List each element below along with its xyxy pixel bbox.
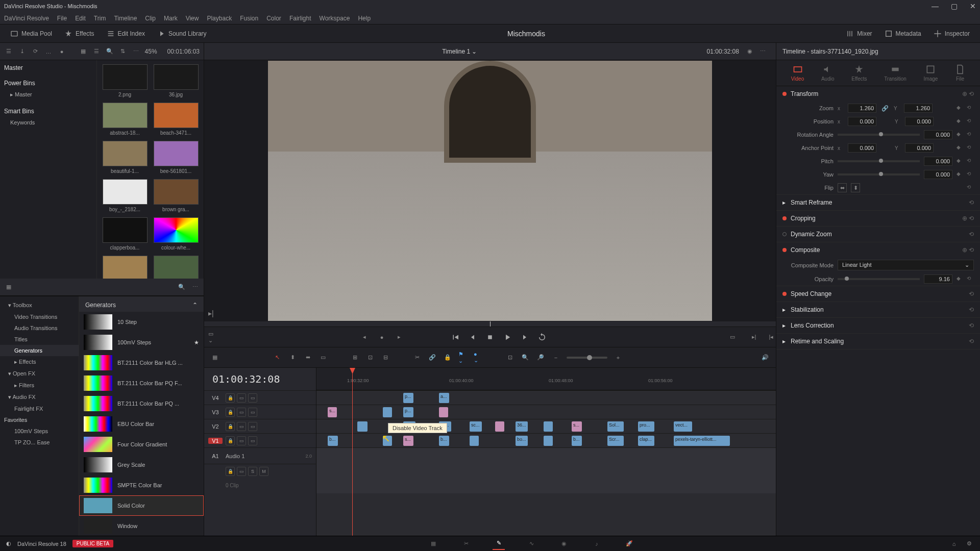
thumb-view-icon[interactable]: ▦ bbox=[79, 47, 88, 56]
prev-frame-icon[interactable] bbox=[468, 333, 477, 342]
timeline-clip[interactable]: b... bbox=[572, 436, 582, 446]
settings-icon[interactable]: ⚙ bbox=[965, 539, 974, 548]
disable-track-icon[interactable]: ▭ bbox=[248, 422, 257, 431]
zoom-fit-icon[interactable]: ⊡ bbox=[505, 353, 514, 362]
bin-smart-bins[interactable]: Smart Bins bbox=[4, 108, 92, 115]
timeline-clip[interactable]: clap... bbox=[638, 436, 654, 446]
reset-icon[interactable]: ⟲ bbox=[967, 118, 974, 125]
lock-icon[interactable]: 🔒 bbox=[226, 436, 235, 445]
timeline-view-icon[interactable]: ▦ bbox=[210, 353, 219, 362]
zoom-in-icon[interactable]: + bbox=[614, 353, 623, 362]
next-edit-icon[interactable]: ▸ bbox=[395, 333, 404, 342]
media-thumbnail[interactable]: dog-18014... bbox=[153, 256, 199, 279]
loop-icon[interactable] bbox=[537, 333, 547, 342]
lock-icon[interactable]: 🔒 bbox=[226, 422, 235, 431]
tree-effects[interactable]: ▸ Effects bbox=[0, 356, 79, 368]
media-thumbnail[interactable]: 2.png bbox=[102, 64, 148, 97]
menu-help[interactable]: Help bbox=[358, 15, 371, 22]
timeline-clip[interactable]: b... bbox=[328, 436, 338, 446]
generator-item[interactable]: BT.2111 Color Bar HLG ... bbox=[79, 353, 204, 373]
timeline-clip[interactable]: s... bbox=[328, 407, 337, 417]
keyframe-icon[interactable]: ◆ bbox=[957, 144, 964, 152]
media-thumbnail[interactable]: beach-3471... bbox=[153, 103, 199, 136]
reset-icon[interactable]: ⟲ bbox=[967, 276, 974, 283]
options-icon[interactable]: ⋯ bbox=[132, 47, 141, 56]
media-thumbnail[interactable]: boy_-_2182... bbox=[102, 179, 148, 212]
flip-h-icon[interactable]: ⬌ bbox=[838, 183, 847, 192]
next-clip-icon[interactable]: ▸| bbox=[749, 333, 758, 342]
pitch-slider[interactable] bbox=[838, 160, 920, 162]
effects-options-icon[interactable]: ⋯ bbox=[190, 283, 200, 292]
sound-library-button[interactable]: Sound Library bbox=[153, 28, 211, 40]
keyframe-icon[interactable]: ◆ bbox=[957, 105, 964, 112]
auto-select-icon[interactable]: ▭ bbox=[237, 436, 246, 445]
anchor-x-input[interactable] bbox=[848, 143, 876, 153]
disable-track-icon[interactable]: ▭ bbox=[248, 408, 257, 417]
track-v2-header[interactable]: V2 🔒▭▭ bbox=[204, 419, 316, 433]
yaw-slider[interactable] bbox=[838, 173, 920, 176]
keyframe-icon[interactable]: ◆ bbox=[957, 276, 964, 283]
replace-clip-icon[interactable]: ⊟ bbox=[381, 353, 390, 362]
composite-header[interactable]: Composite⊕ ⟲ bbox=[776, 242, 980, 258]
dynamic-zoom-header[interactable]: Dynamic Zoom⟲ bbox=[776, 227, 980, 242]
reset-icon[interactable]: ⟲ bbox=[967, 158, 974, 165]
zoom-detail-icon[interactable]: 🔍 bbox=[521, 353, 530, 362]
generator-item[interactable]: 10 Step bbox=[79, 312, 204, 332]
minimize-button[interactable]: — bbox=[932, 2, 939, 10]
viewer-scrubber[interactable] bbox=[204, 321, 776, 327]
tree-fav-2[interactable]: TP ZO... Ease bbox=[0, 437, 79, 448]
generator-item[interactable]: BT.2111 Color Bar PQ F... bbox=[79, 373, 204, 393]
timeline-clip[interactable]: vect... bbox=[674, 421, 692, 432]
add-marker-icon[interactable]: ● bbox=[377, 333, 386, 342]
link-icon[interactable]: 🔗 bbox=[880, 104, 890, 113]
smart-reframe-header[interactable]: ▸Smart Reframe⟲ bbox=[776, 195, 980, 210]
flag-icon[interactable]: ⚑ ⌄ bbox=[458, 353, 468, 362]
timeline-clip[interactable]: Sol... bbox=[607, 421, 624, 432]
track-v1-header[interactable]: V1 🔒▭▭ bbox=[204, 433, 316, 447]
timeline-clip[interactable]: 36... bbox=[516, 421, 528, 432]
lens-correction-header[interactable]: ▸Lens Correction⟲ bbox=[776, 318, 980, 333]
list-view-icon[interactable]: ☰ bbox=[92, 47, 101, 56]
timeline-clip[interactable] bbox=[357, 421, 368, 432]
prev-edit-icon[interactable]: ◂ bbox=[360, 333, 369, 342]
selection-tool-icon[interactable]: ↖ bbox=[273, 353, 282, 362]
timeline-clip[interactable]: s... bbox=[403, 436, 413, 446]
tab-image[interactable]: Image bbox=[924, 64, 938, 82]
pitch-input[interactable] bbox=[924, 157, 952, 166]
tree-toolbox[interactable]: ▾ Toolbox bbox=[0, 299, 79, 311]
overwrite-clip-icon[interactable]: ⊡ bbox=[365, 353, 375, 362]
timeline-ruler[interactable]: 1:00:32:00 01:00:40:00 01:00:48:00 01:00… bbox=[316, 368, 776, 390]
tab-file[interactable]: File bbox=[955, 64, 965, 82]
blade-icon[interactable]: ✂ bbox=[412, 353, 422, 362]
inspector-button[interactable]: Inspector bbox=[929, 28, 974, 40]
media-thumbnail[interactable]: colour-whe... bbox=[153, 217, 199, 251]
tree-fairlightfx[interactable]: Fairlight FX bbox=[0, 403, 79, 414]
menu-fairlight[interactable]: Fairlight bbox=[289, 15, 311, 22]
media-pool-button[interactable]: Media Pool bbox=[6, 28, 56, 40]
page-media-icon[interactable]: ▦ bbox=[427, 538, 439, 550]
more-icon[interactable]: … bbox=[44, 47, 53, 56]
menu-trim[interactable]: Trim bbox=[94, 15, 106, 22]
effects-button[interactable]: Effects bbox=[60, 28, 98, 40]
page-cut-icon[interactable]: ✂ bbox=[460, 538, 472, 550]
reset-icon[interactable]: ⟲ bbox=[967, 144, 974, 152]
first-frame-icon[interactable] bbox=[451, 333, 460, 342]
menu-color[interactable]: Color bbox=[266, 15, 281, 22]
timeline-clip[interactable] bbox=[544, 436, 553, 446]
pos-x-input[interactable] bbox=[848, 117, 876, 126]
timeline-clip[interactable] bbox=[383, 407, 392, 417]
timeline-clip[interactable]: b... bbox=[439, 436, 449, 446]
dynamic-trim-icon[interactable]: ⬌ bbox=[303, 353, 312, 362]
keyframe-icon[interactable]: ◆ bbox=[957, 158, 964, 165]
timeline-clip[interactable]: sc... bbox=[470, 421, 482, 432]
effects-panel-icon[interactable]: ▦ bbox=[4, 283, 13, 292]
tree-openfx[interactable]: ▾ Open FX bbox=[0, 368, 79, 380]
timeline-clip[interactable]: Scr... bbox=[607, 436, 624, 446]
tree-audiofx[interactable]: ▾ Audio FX bbox=[0, 391, 79, 403]
maximize-button[interactable]: ▢ bbox=[951, 2, 958, 10]
transform-header[interactable]: Transform⊕ ⟲ bbox=[776, 86, 980, 102]
bin-power-master[interactable]: ▸ Master bbox=[4, 90, 92, 99]
media-thumbnail[interactable]: brown gra... bbox=[153, 179, 199, 212]
track-v3-header[interactable]: V3 🔒▭▭ bbox=[204, 405, 316, 419]
play-forward-icon[interactable]: ▸| bbox=[208, 309, 214, 317]
